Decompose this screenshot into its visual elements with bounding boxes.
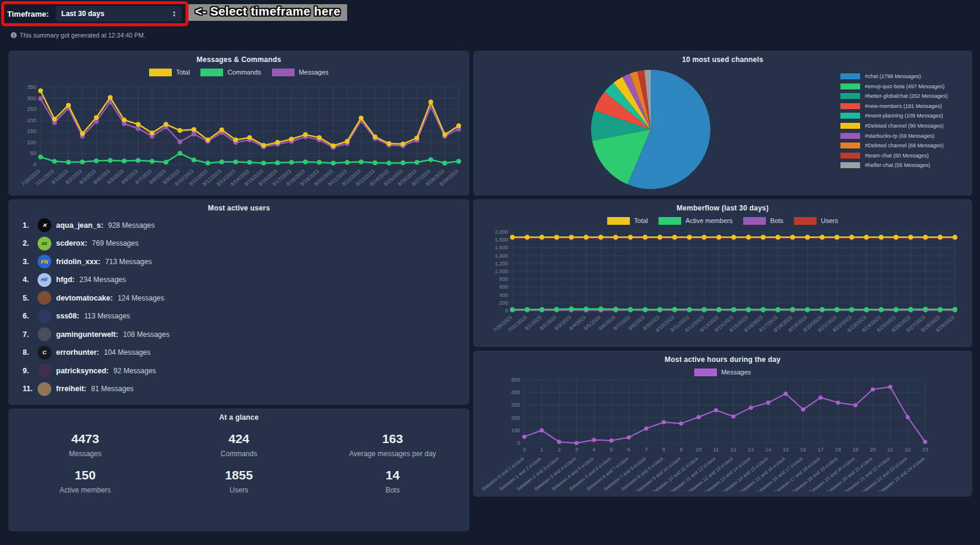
generated-info-line: i This summary got generated at 12:34:40… xyxy=(11,32,980,39)
legend-label: Messages xyxy=(721,369,751,376)
svg-text:1,600: 1,600 xyxy=(494,244,508,250)
legend-item[interactable]: #helfer-chat (55 Messages) xyxy=(840,162,963,168)
legend-item[interactable]: Commands xyxy=(200,69,261,76)
svg-text:8: 8 xyxy=(662,447,665,453)
user-name: errorhunter: xyxy=(56,348,99,357)
most-used-channels-title: 10 most used channels xyxy=(473,51,972,64)
svg-text:400: 400 xyxy=(499,292,508,298)
glance-stats-grid: 4473 Messages 424 Commands 163 Average m… xyxy=(8,432,469,494)
user-row: 3. FN fridolin_xxx: 713 Messages xyxy=(23,255,469,268)
legend-item[interactable]: #event-planning (109 Messages) xyxy=(840,113,963,119)
svg-text:1,400: 1,400 xyxy=(494,253,508,259)
svg-text:11: 11 xyxy=(713,447,719,453)
stat-value: 4473 xyxy=(8,432,162,446)
svg-text:350: 350 xyxy=(27,83,36,90)
messages-commands-panel: Messages & Commands TotalCommandsMessage… xyxy=(8,51,469,196)
most-active-users-panel: Most active users 1. ✕ aqua_jean_s: 928 … xyxy=(8,199,469,405)
svg-text:200: 200 xyxy=(511,415,520,421)
messages-commands-chart[interactable]: 0501001502002503003507/30/20237/31/20238… xyxy=(13,76,469,196)
stat-bots: 14 Bots xyxy=(316,468,469,494)
legend-swatch-icon xyxy=(840,153,860,159)
stat-messages: 4473 Messages xyxy=(8,432,162,458)
user-rank: 7. xyxy=(23,330,33,339)
svg-text:100: 100 xyxy=(511,428,520,433)
svg-text:19: 19 xyxy=(852,447,858,453)
timeframe-hint-label: <- Select timeframe here xyxy=(188,4,347,21)
avatar: C xyxy=(38,346,51,360)
legend-swatch-icon xyxy=(840,83,860,89)
legend-item[interactable]: #Deleted channel (90 Messages) xyxy=(840,123,963,129)
user-row: 6. sss08: 113 Messages xyxy=(23,309,469,323)
legend-label: #emoji-quiz-beta (497 Messages) xyxy=(865,83,945,89)
svg-text:16: 16 xyxy=(800,447,806,453)
channels-pie-chart[interactable] xyxy=(579,66,722,195)
chart-canvas xyxy=(579,66,722,193)
legend-item[interactable]: Messages xyxy=(272,69,329,76)
generated-info-text: This summary got generated at 12:34:40 P… xyxy=(20,32,146,39)
legend-label: Users xyxy=(821,217,838,224)
user-message-count: 113 Messages xyxy=(84,312,130,320)
legend-swatch-icon xyxy=(840,113,860,119)
legend-swatch-icon xyxy=(659,217,681,225)
stat-commands: 424 Commands xyxy=(162,432,316,458)
user-message-count: 81 Messages xyxy=(91,385,134,393)
svg-text:17: 17 xyxy=(818,447,824,453)
svg-text:300: 300 xyxy=(511,402,520,408)
svg-text:18: 18 xyxy=(835,447,841,453)
user-row: 4. HF hfgd: 234 Messages xyxy=(23,273,469,287)
legend-swatch-icon xyxy=(840,103,860,109)
active-hours-panel: Most active hours during the day Message… xyxy=(473,351,972,497)
legend-item[interactable]: #Deleted channel (68 Messages) xyxy=(840,143,963,148)
user-rank: 5. xyxy=(23,294,33,302)
stat-label: Users xyxy=(162,486,316,494)
chart-canvas: 02004006008001,0001,2001,4001,6001,8002,… xyxy=(478,225,967,344)
stat-value: 1855 xyxy=(162,468,316,482)
legend-label: #chat (1798 Messages) xyxy=(865,73,921,79)
user-message-count: 104 Messages xyxy=(104,348,150,357)
dashboard-page: Timeframe: Last 30 days ▲▼ <- Select tim… xyxy=(0,0,980,535)
legend-item[interactable]: Total xyxy=(149,69,190,76)
legend-item[interactable]: #starbucks-rp (69 Messages) xyxy=(840,133,963,139)
legend-item[interactable]: Total xyxy=(607,217,648,225)
legend-label: Total xyxy=(176,69,190,76)
legend-item[interactable]: #team-chat (60 Messages) xyxy=(840,153,963,159)
legend-item[interactable]: Active members xyxy=(659,217,732,225)
active-hours-chart[interactable]: 0100200300400500012345678910111213141516… xyxy=(478,376,972,494)
svg-text:800: 800 xyxy=(499,276,508,282)
legend-label: #team-chat (60 Messages) xyxy=(865,153,929,159)
right-column: 10 most used channels #chat (1798 Messag… xyxy=(473,51,972,500)
legend-item[interactable]: #better-globalchat (262 Messages) xyxy=(840,93,963,99)
legend-swatch-icon xyxy=(840,123,860,129)
svg-text:0: 0 xyxy=(33,161,36,168)
timeframe-select[interactable]: Last 30 days ▲▼ xyxy=(56,6,181,21)
legend-item[interactable]: Bots xyxy=(743,217,783,225)
user-name: aqua_jean_s: xyxy=(56,221,103,230)
legend-item[interactable]: Users xyxy=(794,217,838,225)
most-used-channels-panel: 10 most used channels #chat (1798 Messag… xyxy=(473,51,972,196)
memberflow-chart[interactable]: 02004006008001,0001,2001,4001,6001,8002,… xyxy=(478,225,972,346)
legend-label: Total xyxy=(634,217,648,224)
legend-swatch-icon xyxy=(272,69,295,76)
svg-text:7: 7 xyxy=(645,447,648,453)
user-name: sss08: xyxy=(56,312,79,320)
legend-item[interactable]: #chat (1798 Messages) xyxy=(840,73,963,79)
stat-value: 150 xyxy=(8,468,162,482)
legend-label: #Deleted channel (90 Messages) xyxy=(865,123,944,129)
user-row: 1. ✕ aqua_jean_s: 928 Messages xyxy=(23,218,469,232)
timeframe-highlight-box: Timeframe: Last 30 days ▲▼ xyxy=(1,1,188,26)
svg-text:2: 2 xyxy=(558,447,561,453)
legend-item[interactable]: #emoji-quiz-beta (497 Messages) xyxy=(840,83,963,89)
user-name: gamingunterwelt: xyxy=(56,330,118,339)
stat-label: Messages xyxy=(8,450,162,458)
legend-item[interactable]: Messages xyxy=(694,369,751,376)
svg-text:20: 20 xyxy=(870,447,876,453)
svg-text:600: 600 xyxy=(499,284,508,290)
legend-item[interactable]: #new-members (181 Messages) xyxy=(840,103,963,109)
legend-label: Bots xyxy=(770,217,783,224)
user-rank: 4. xyxy=(23,275,33,284)
legend-label: #event-planning (109 Messages) xyxy=(865,113,943,119)
user-row: 9. patricksynced: 92 Messages xyxy=(23,364,469,377)
avatar xyxy=(38,291,51,305)
svg-text:10: 10 xyxy=(695,447,701,453)
toolbar: Timeframe: Last 30 days ▲▼ <- Select tim… xyxy=(0,0,980,27)
